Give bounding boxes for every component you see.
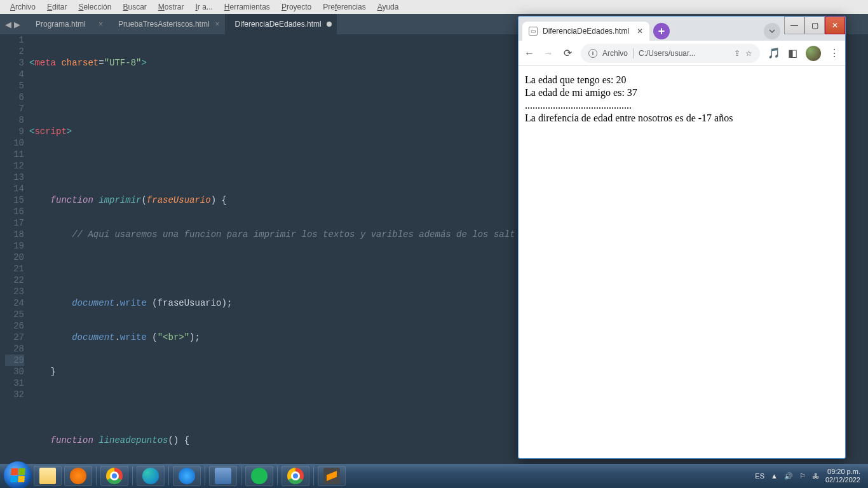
dirty-indicator [327, 22, 332, 27]
kebab-menu-icon[interactable]: ⋮ [829, 47, 840, 59]
tab-prueba[interactable]: PruebaTresAsteriscos.html × [108, 14, 225, 34]
system-tray: ES ▲ 🔊 ⚐ 🖧 09:20 p.m. 02/12/2022 [755, 468, 864, 484]
addr-path: C:/Users/usuar... [639, 49, 695, 58]
arg: fraseUsuario [158, 298, 222, 308]
window-controls: — ▢ ✕ [784, 17, 845, 34]
browser-tab[interactable]: ▭ DiferenciaDeEdades.html ✕ [522, 22, 649, 41]
tab-programa[interactable]: Programa.html × [25, 14, 108, 34]
output-line: La edad de mi amigo es: 37 [525, 86, 839, 99]
close-icon[interactable]: × [98, 20, 103, 29]
maximize-button[interactable]: ▢ [804, 17, 825, 34]
file-icon: ▭ [529, 27, 538, 36]
app-menubar: Archivo Editar Selección Buscar Mostrar … [0, 0, 868, 14]
menu-herramientas[interactable]: Herramientas [219, 1, 275, 13]
tray-up-icon[interactable]: ▲ [771, 472, 778, 480]
output-line: ........................................… [525, 99, 839, 112]
tag-name: script [34, 126, 66, 137]
tab-label: Programa.html [36, 20, 86, 29]
obj: document [72, 298, 114, 308]
nav-back-icon[interactable]: ◀ [5, 20, 11, 29]
taskbar-edge[interactable] [137, 466, 165, 486]
str: "<br>" [158, 332, 189, 342]
tray-clock[interactable]: 09:20 p.m. 02/12/2022 [825, 468, 860, 484]
output-line: La edad que tengo es: 20 [525, 74, 839, 86]
taskbar: ES ▲ 🔊 ⚐ 🖧 09:20 p.m. 02/12/2022 [0, 464, 868, 488]
reload-button[interactable]: ⟳ [562, 47, 573, 59]
minimize-button[interactable]: — [784, 17, 804, 34]
comment: // Aquí usaremos una funcion para imprim… [72, 229, 515, 240]
share-icon[interactable]: ⇪ [734, 49, 740, 58]
taskbar-chrome[interactable] [100, 466, 128, 486]
menu-proyecto[interactable]: Proyecto [276, 1, 316, 13]
browser-toolbar: ← → ⟳ i Archivo C:/Users/usuar... ⇪ ☆ 🎵 … [519, 41, 845, 66]
menu-seleccion[interactable]: Selección [73, 1, 116, 13]
star-icon[interactable]: ☆ [745, 49, 752, 58]
method: write [120, 332, 147, 342]
attr-value: "UTF-8" [104, 58, 142, 68]
kw: function [51, 435, 93, 445]
output-line: La direfencia de edad entre nosotros es … [525, 112, 839, 125]
param: fraseUsuario [147, 195, 211, 205]
address-bar[interactable]: i Archivo C:/Users/usuar... ⇪ ☆ [581, 44, 760, 63]
addr-kind: Archivo [602, 49, 628, 58]
method: write [120, 298, 147, 308]
profile-avatar[interactable] [806, 46, 821, 61]
back-button[interactable]: ← [524, 48, 535, 59]
new-tab-button[interactable]: + [653, 23, 670, 39]
forward-button[interactable]: → [543, 48, 554, 59]
close-button[interactable]: ✕ [825, 17, 845, 34]
tray-time: 09:20 p.m. [825, 468, 860, 476]
tray-volume-icon[interactable]: 🔊 [784, 472, 793, 480]
taskbar-explorer[interactable] [34, 466, 62, 486]
browser-viewport: La edad que tengo es: 20 La edad de mi a… [519, 66, 845, 458]
tray-flag-icon[interactable]: ⚐ [799, 472, 806, 480]
info-icon[interactable]: i [588, 49, 597, 58]
taskbar-app[interactable] [209, 466, 237, 486]
menu-archivo[interactable]: Archivo [5, 1, 41, 13]
browser-tab-title: DiferenciaDeEdades.html [543, 27, 629, 36]
menu-mostrar[interactable]: Mostrar [153, 1, 189, 13]
tabs-dropdown-button[interactable] [764, 23, 780, 39]
sidepanel-icon[interactable]: ◧ [787, 47, 798, 59]
tray-date: 02/12/2022 [825, 476, 860, 484]
fn: lineadepuntos [98, 435, 168, 445]
tag-name: meta [34, 58, 56, 68]
taskbar-chrome-2[interactable] [281, 466, 309, 486]
menu-preferencias[interactable]: Preferencias [318, 1, 370, 13]
kw: function [51, 195, 93, 205]
taskbar-sublime[interactable] [318, 466, 346, 486]
tab-label: PruebaTresAsteriscos.html [118, 20, 210, 29]
close-icon[interactable]: ✕ [637, 27, 643, 36]
reading-list-icon[interactable]: 🎵 [768, 47, 779, 59]
taskbar-spotify[interactable] [245, 466, 273, 486]
tray-lang[interactable]: ES [755, 472, 764, 480]
menu-buscar[interactable]: Buscar [118, 1, 151, 13]
tab-nav-arrows: ◀ ▶ [0, 14, 25, 34]
menu-editar[interactable]: Editar [42, 1, 72, 13]
taskbar-ie[interactable] [173, 466, 201, 486]
menu-ayuda[interactable]: Ayuda [372, 1, 404, 13]
browser-window: — ▢ ✕ ▭ DiferenciaDeEdades.html ✕ + ← → … [518, 16, 846, 459]
nav-fwd-icon[interactable]: ▶ [14, 20, 20, 29]
menu-ira[interactable]: Ir a... [190, 1, 217, 13]
eq: = [98, 58, 104, 68]
fn: imprimir [98, 195, 141, 205]
attr: charset [61, 58, 98, 68]
start-button[interactable] [4, 461, 32, 489]
close-icon[interactable]: × [215, 20, 220, 29]
tab-label: DiferenciaDeEdades.html [235, 20, 322, 29]
obj: document [72, 332, 114, 342]
tab-diferencia[interactable]: DiferenciaDeEdades.html [225, 14, 337, 34]
taskbar-media[interactable] [64, 466, 92, 486]
tray-network-icon[interactable]: 🖧 [812, 472, 819, 480]
line-gutter: 1234567891011121314151617181920212223242… [0, 34, 29, 464]
